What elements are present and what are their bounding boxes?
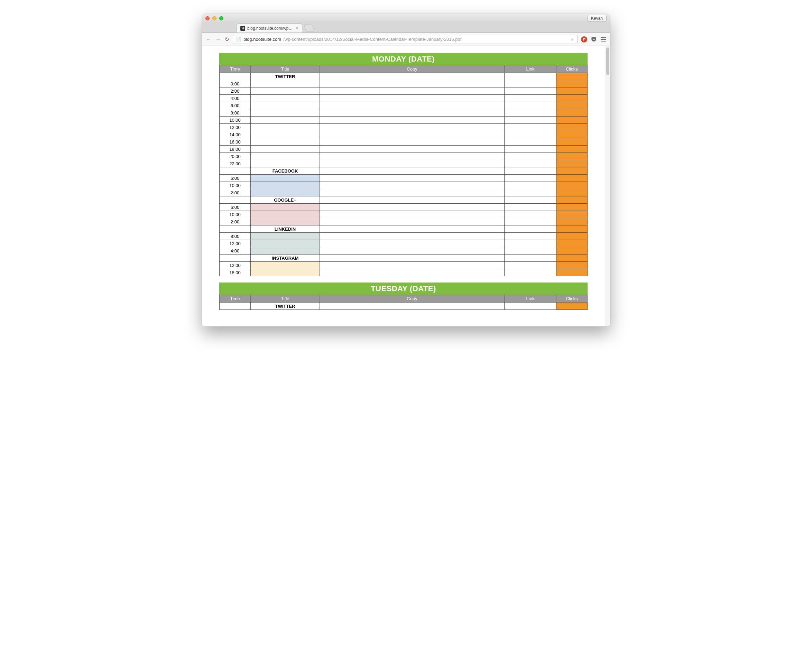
cell-link: [505, 102, 556, 109]
cell-time: [220, 197, 251, 204]
time-row: 4:00: [220, 247, 588, 255]
window-fullscreen-button[interactable]: [219, 16, 223, 20]
section-row: FACEBOOK: [220, 167, 588, 175]
cell-copy: [320, 189, 505, 197]
time-row: 2:00: [220, 218, 588, 226]
cell-copy: [320, 95, 505, 102]
cell-title: [251, 240, 320, 247]
window-minimize-button[interactable]: [212, 16, 217, 20]
cell-clicks: [556, 189, 588, 197]
cell-clicks: [556, 80, 588, 87]
cell-time: 22:00: [220, 160, 251, 167]
cell-time: [220, 226, 251, 233]
cell-link: [505, 138, 556, 146]
cell-link: [505, 95, 556, 102]
cell-link: [505, 211, 556, 218]
url-domain: blog.hootsuite.com: [243, 37, 281, 42]
cell-link: [505, 131, 556, 138]
cell-title: [251, 233, 320, 240]
tab-close-icon[interactable]: ×: [296, 26, 298, 31]
cell-title: [251, 182, 320, 189]
cell-copy: [320, 302, 505, 310]
column-header-time: Time: [220, 66, 251, 73]
profile-button[interactable]: Kevan: [587, 15, 607, 22]
window-close-button[interactable]: [205, 16, 209, 20]
toolbar: ← → ↻ 📄 blog.hootsuite.com/wp-content/up…: [202, 33, 610, 46]
cell-time: 10:00: [220, 211, 251, 218]
cell-clicks: [556, 240, 588, 247]
reload-button[interactable]: ↻: [225, 36, 229, 43]
browser-tab[interactable]: H blog.hootsuite.com/wp-con ×: [237, 23, 302, 32]
new-tab-button[interactable]: [304, 24, 314, 32]
cell-link: [505, 189, 556, 197]
cell-link: [505, 197, 556, 204]
cell-time: 18:00: [220, 269, 251, 276]
cell-time: 12:00: [220, 124, 251, 131]
cell-clicks: [556, 175, 588, 182]
cell-clicks: [556, 138, 588, 146]
time-row: 18:00: [220, 269, 588, 276]
time-row: 12:00: [220, 124, 588, 131]
time-row: 10:00: [220, 116, 588, 124]
time-row: 2:00: [220, 87, 588, 95]
cell-clicks: [556, 255, 588, 262]
pocket-icon[interactable]: [591, 36, 597, 43]
time-row: 10:00: [220, 182, 588, 189]
cell-copy: [320, 73, 505, 80]
url-path: /wp-content/uploads/2014/12/Social-Media…: [283, 37, 461, 42]
cell-copy: [320, 160, 505, 167]
cell-copy: [320, 233, 505, 240]
cell-title: [251, 124, 320, 131]
time-row: 12:00: [220, 240, 588, 247]
favicon-icon: H: [240, 26, 245, 31]
cell-title: [251, 211, 320, 218]
cell-title: [251, 131, 320, 138]
cell-title: [251, 262, 320, 269]
cell-copy: [320, 226, 505, 233]
cell-title: [251, 153, 320, 160]
address-bar[interactable]: 📄 blog.hootsuite.com/wp-content/uploads/…: [233, 35, 577, 44]
ublock-icon[interactable]: [581, 36, 587, 43]
day-block: TUESDAY (DATE)TimeTitleCopyLinkClicksTWI…: [219, 282, 588, 310]
bookmark-star-icon[interactable]: ★: [570, 36, 574, 43]
menu-button[interactable]: [600, 36, 607, 43]
cell-time: 12:00: [220, 262, 251, 269]
section-label: GOOGLE+: [251, 197, 320, 204]
scrollbar-track[interactable]: [605, 46, 610, 327]
cell-clicks: [556, 182, 588, 189]
cell-clicks: [556, 218, 588, 226]
cell-time: 10:00: [220, 182, 251, 189]
cell-clicks: [556, 204, 588, 211]
cell-time: [220, 73, 251, 80]
cell-time: [220, 302, 251, 310]
cell-time: 18:00: [220, 146, 251, 153]
forward-button[interactable]: →: [215, 36, 221, 43]
cell-link: [505, 182, 556, 189]
column-header-link: Link: [505, 295, 556, 302]
day-heading: TUESDAY (DATE): [219, 282, 588, 295]
cell-link: [505, 255, 556, 262]
cell-link: [505, 262, 556, 269]
cell-clicks: [556, 73, 588, 80]
cell-copy: [320, 240, 505, 247]
cell-copy: [320, 247, 505, 255]
cell-time: 0:00: [220, 80, 251, 87]
cell-copy: [320, 211, 505, 218]
cell-time: 8:00: [220, 109, 251, 116]
time-row: 12:00: [220, 262, 588, 269]
cell-time: 6:00: [220, 175, 251, 182]
cell-clicks: [556, 87, 588, 95]
time-row: 6:00: [220, 175, 588, 182]
cell-time: [220, 255, 251, 262]
cell-time: 4:00: [220, 95, 251, 102]
cell-title: [251, 138, 320, 146]
back-button[interactable]: ←: [205, 36, 212, 43]
section-label: TWITTER: [251, 302, 320, 310]
cell-link: [505, 160, 556, 167]
cell-title: [251, 87, 320, 95]
time-row: 18:00: [220, 146, 588, 153]
cell-time: 16:00: [220, 138, 251, 146]
scrollbar-thumb[interactable]: [606, 47, 609, 75]
cell-clicks: [556, 146, 588, 153]
cell-title: [251, 80, 320, 87]
